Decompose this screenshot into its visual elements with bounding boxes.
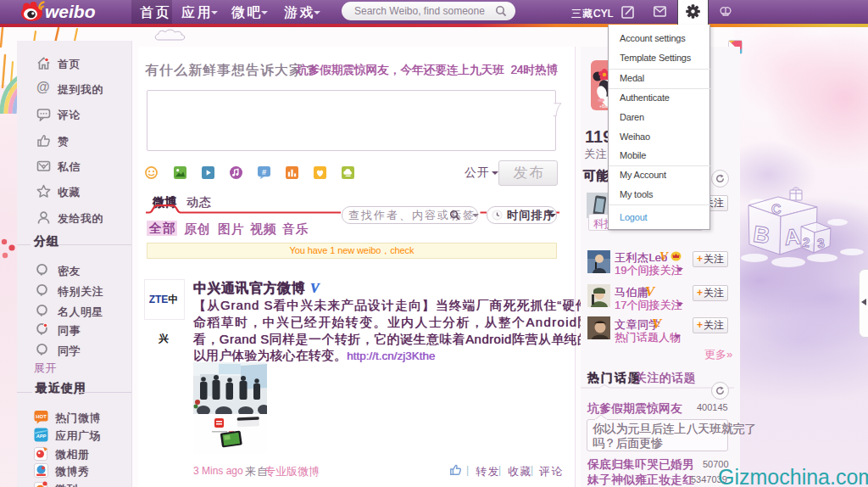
- svg-text:A: A: [783, 223, 802, 250]
- svg-text:C: C: [771, 202, 782, 217]
- svg-text:B: B: [752, 221, 771, 249]
- svg-text:APP: APP: [36, 434, 47, 439]
- svg-text:3: 3: [816, 236, 825, 251]
- svg-text:2: 2: [802, 235, 810, 250]
- svg-text:#: #: [262, 168, 267, 176]
- svg-text:weibo: weibo: [45, 2, 96, 21]
- svg-text:HOT: HOT: [36, 414, 47, 419]
